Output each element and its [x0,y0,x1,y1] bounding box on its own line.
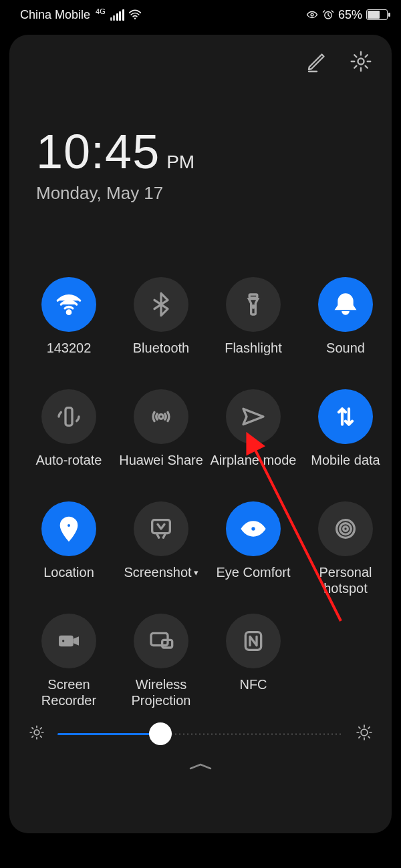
svg-rect-7 [65,408,72,426]
drag-handle[interactable] [25,762,376,771]
flashlight-toggle[interactable] [226,277,281,332]
clock-date: Monday, May 17 [36,183,376,204]
status-left: China Mobile 4G [20,8,142,22]
battery-icon [366,9,388,20]
brightness-slider[interactable] [57,720,344,747]
brightness-row [25,720,376,747]
airplane-toggle[interactable] [226,389,281,444]
carrier-label: China Mobile [20,8,90,22]
svg-point-13 [340,523,352,535]
tile-hotspot: Personal hotspot [302,501,389,596]
clock-ampm: PM [166,152,194,173]
tile-recorder: Screen Recorder [25,614,112,708]
tile-screenshot: Screenshot▾ [118,501,205,596]
tile-flashlight: Flashlight [210,277,297,372]
svg-point-20 [34,730,39,735]
signal-icon [110,9,124,21]
clock-block: 10:45 PM Monday, May 17 [36,124,376,204]
status-bar: China Mobile 4G 65% [0,0,401,25]
huaweishare-label: Huawei Share [119,452,203,484]
tile-huaweishare: Huawei Share [118,389,205,484]
eyecomfort-toggle[interactable] [226,501,281,556]
nfc-toggle[interactable] [226,614,281,668]
svg-rect-10 [152,520,170,533]
tile-autorotate: Auto-rotate [25,389,112,484]
svg-point-11 [251,526,257,532]
svg-point-3 [358,59,364,65]
tile-location: Location [25,501,112,596]
svg-point-9 [66,523,71,527]
brightness-low-icon [28,724,45,744]
screenshot-button[interactable] [134,501,188,556]
sound-label: Sound [326,340,365,372]
location-label: Location [43,564,94,596]
svg-point-8 [159,415,164,419]
projection-button[interactable] [134,614,188,668]
tile-projection: Wireless Projection [118,614,205,708]
svg-rect-5 [249,294,257,298]
nfc-label: NFC [239,676,267,708]
battery-pct-label: 65% [338,8,362,22]
svg-point-12 [344,527,348,531]
svg-point-1 [311,13,313,16]
svg-point-21 [361,729,368,736]
brightness-thumb[interactable] [149,722,172,745]
wifi-status-icon [128,8,142,21]
tile-bluetooth: Bluetooth [118,277,205,372]
tile-eyecomfort: Eye Comfort [210,501,297,596]
huaweishare-toggle[interactable] [134,389,188,444]
status-right: 65% [306,8,388,22]
recorder-label: Screen Recorder [25,676,112,708]
tile-sound: Sound [302,277,389,372]
tile-mobiledata: Mobile data [302,389,389,484]
projection-label: Wireless Projection [118,676,205,708]
flashlight-label: Flashlight [225,340,282,372]
bluetooth-toggle[interactable] [134,277,188,332]
tile-wifi: 143202 [25,277,112,372]
hotspot-toggle[interactable] [318,501,373,556]
location-toggle[interactable] [41,501,96,556]
visibility-status-icon [306,9,318,21]
airplane-label: Airplane mode [211,452,297,484]
mobiledata-label: Mobile data [311,452,380,484]
svg-point-4 [67,310,70,314]
tile-airplane: Airplane mode [210,389,297,484]
mobiledata-toggle[interactable] [318,389,373,444]
network-type-label: 4G [96,7,106,15]
edit-button[interactable] [305,49,329,73]
brightness-high-icon [356,724,373,744]
svg-point-16 [61,639,65,644]
svg-point-6 [252,306,254,308]
wifi-label: 143202 [47,340,92,372]
sound-toggle[interactable] [318,277,373,332]
hotspot-label: Personal hotspot [302,564,389,596]
autorotate-toggle[interactable] [41,389,96,444]
wifi-toggle[interactable] [41,277,96,332]
svg-point-0 [134,18,136,20]
quick-settings-panel: 10:45 PM Monday, May 17 143202 Bluetooth… [9,35,392,833]
recorder-button[interactable] [41,614,96,668]
tiles-grid: 143202 Bluetooth Flashlight Sound [25,277,376,708]
settings-button[interactable] [349,49,373,73]
autorotate-label: Auto-rotate [36,452,102,484]
dropdown-caret-icon: ▾ [194,568,198,578]
screenshot-label: Screenshot▾ [124,564,198,596]
eyecomfort-label: Eye Comfort [216,564,290,596]
tile-nfc: NFC [210,614,297,708]
bluetooth-label: Bluetooth [133,340,190,372]
panel-top-actions [25,49,376,73]
alarm-status-icon [322,9,334,21]
clock-time: 10:45 [36,124,160,179]
